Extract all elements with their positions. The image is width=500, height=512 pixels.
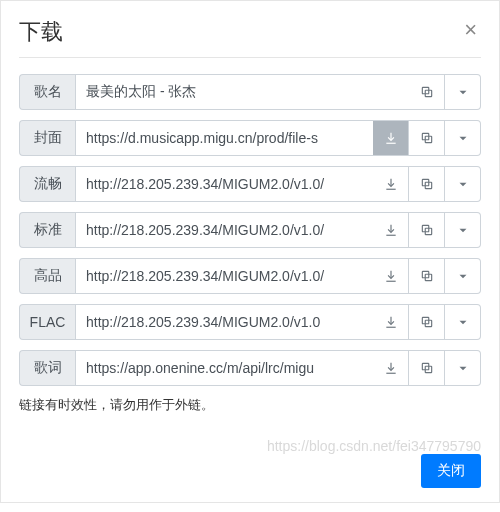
field-label: 高品	[19, 258, 75, 294]
divider	[19, 57, 481, 58]
dropdown-icon[interactable]	[445, 166, 481, 202]
dropdown-icon[interactable]	[445, 212, 481, 248]
download-icon[interactable]	[373, 166, 409, 202]
watermark: https://blog.csdn.net/fei347795790	[267, 438, 481, 454]
field-label: 标准	[19, 212, 75, 248]
field-label: 歌词	[19, 350, 75, 386]
download-icon[interactable]	[373, 304, 409, 340]
field-input[interactable]	[75, 258, 373, 294]
dropdown-icon[interactable]	[445, 350, 481, 386]
field-label: FLAC	[19, 304, 75, 340]
field-input[interactable]	[75, 166, 373, 202]
modal-title: 下载	[19, 17, 63, 47]
copy-icon[interactable]	[409, 74, 445, 110]
copy-icon[interactable]	[409, 120, 445, 156]
field-actions	[373, 120, 481, 156]
dropdown-icon[interactable]	[445, 304, 481, 340]
field-row: FLAC	[19, 304, 481, 340]
close-button[interactable]: 关闭	[421, 454, 481, 488]
field-input[interactable]	[75, 212, 373, 248]
field-input[interactable]	[75, 120, 373, 156]
rows-container: 歌名封面流畅标准高品FLAC歌词	[19, 74, 481, 386]
copy-icon[interactable]	[409, 166, 445, 202]
download-icon[interactable]	[373, 212, 409, 248]
field-input[interactable]	[75, 304, 373, 340]
dropdown-icon[interactable]	[445, 74, 481, 110]
field-label: 流畅	[19, 166, 75, 202]
field-actions	[373, 166, 481, 202]
dropdown-icon[interactable]	[445, 258, 481, 294]
field-label: 封面	[19, 120, 75, 156]
field-input[interactable]	[75, 350, 373, 386]
field-label: 歌名	[19, 74, 75, 110]
field-row: 歌词	[19, 350, 481, 386]
download-icon[interactable]	[373, 350, 409, 386]
copy-icon[interactable]	[409, 258, 445, 294]
copy-icon[interactable]	[409, 350, 445, 386]
field-actions	[409, 74, 481, 110]
field-row: 标准	[19, 212, 481, 248]
field-actions	[373, 258, 481, 294]
modal-header: 下载 ×	[19, 17, 481, 47]
field-actions	[373, 350, 481, 386]
field-input[interactable]	[75, 74, 409, 110]
copy-icon[interactable]	[409, 212, 445, 248]
download-icon[interactable]	[373, 258, 409, 294]
close-icon[interactable]: ×	[460, 17, 481, 43]
dropdown-icon[interactable]	[445, 120, 481, 156]
field-row: 流畅	[19, 166, 481, 202]
field-row: 封面	[19, 120, 481, 156]
download-icon	[373, 120, 409, 156]
note-text: 链接有时效性，请勿用作于外链。	[19, 396, 481, 414]
field-actions	[373, 212, 481, 248]
field-row: 歌名	[19, 74, 481, 110]
modal-footer: 关闭	[19, 454, 481, 488]
download-modal: 下载 × 歌名封面流畅标准高品FLAC歌词 链接有时效性，请勿用作于外链。 ht…	[0, 0, 500, 503]
copy-icon[interactable]	[409, 304, 445, 340]
field-actions	[373, 304, 481, 340]
field-row: 高品	[19, 258, 481, 294]
